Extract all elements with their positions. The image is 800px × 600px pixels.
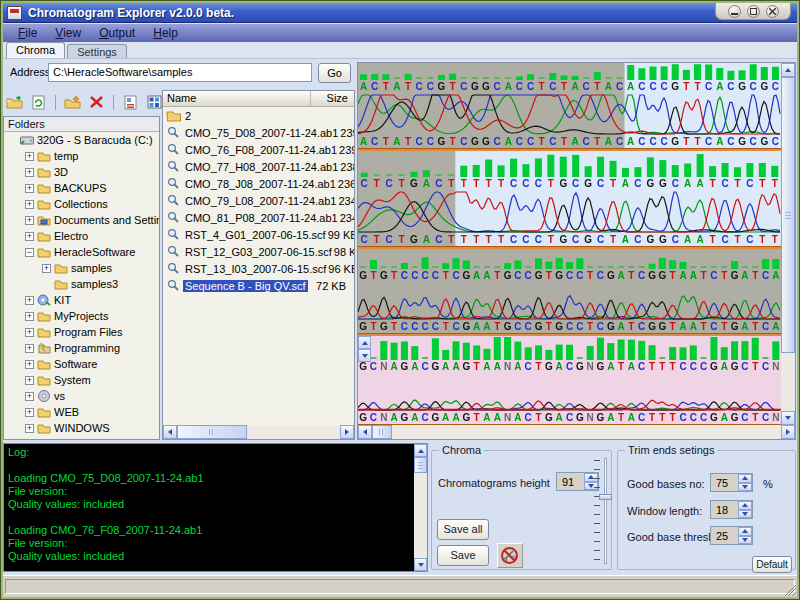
tree-item-samples[interactable]: +samples: [4, 260, 159, 276]
chromatogram-hscrollbar[interactable]: [358, 425, 795, 439]
expand-icon[interactable]: +: [25, 312, 34, 321]
save-all-button[interactable]: Save all: [437, 519, 489, 540]
menu-view[interactable]: View: [46, 25, 90, 41]
log-vscrollbar[interactable]: [414, 444, 427, 571]
spinner-value[interactable]: 75: [711, 474, 738, 491]
file-row[interactable]: RST_13_I03_2007-06-15.scf96 KB: [163, 260, 354, 277]
menu-output[interactable]: Output: [90, 25, 144, 41]
title-bar[interactable]: Chromatogram Explorer v2.0.0 beta.: [3, 3, 797, 23]
tree-item-collections[interactable]: +Collections: [4, 196, 159, 212]
tree-item-3d[interactable]: +3D: [4, 164, 159, 180]
spin-down-icon[interactable]: [738, 536, 752, 545]
spin-down-icon[interactable]: [738, 510, 752, 519]
tree-item-system[interactable]: +System: [4, 372, 159, 388]
scroll-down-icon[interactable]: [781, 411, 795, 425]
expand-icon[interactable]: +: [25, 424, 34, 433]
file-row[interactable]: CMO_76_F08_2007-11-24.ab1239 KB: [163, 141, 354, 158]
trim-field-spinner[interactable]: 75: [710, 473, 753, 492]
menu-file[interactable]: File: [9, 25, 46, 41]
file-row[interactable]: CMO_78_J08_2007-11-24.ab1236 KB: [163, 175, 354, 192]
tree-item-program-files[interactable]: +Program Files: [4, 324, 159, 340]
height-slider[interactable]: [592, 456, 612, 566]
tab-chroma[interactable]: Chroma: [6, 42, 65, 58]
scroll-right-icon[interactable]: [781, 425, 795, 439]
scroll-up-icon[interactable]: [414, 444, 427, 457]
tree-item-software[interactable]: +Software: [4, 356, 159, 372]
file-row[interactable]: CMO_81_P08_2007-11-24.ab1234 KB: [163, 209, 354, 226]
collapse-icon[interactable]: −: [25, 248, 34, 257]
expand-icon[interactable]: +: [25, 360, 34, 369]
new-folder-icon[interactable]: [63, 93, 82, 111]
expand-icon[interactable]: +: [25, 376, 34, 385]
tree-item-web[interactable]: +WEB: [4, 404, 159, 420]
open-folder-icon[interactable]: [5, 93, 24, 111]
tree-item-electro[interactable]: +Electro: [4, 228, 159, 244]
expand-icon[interactable]: +: [25, 216, 34, 225]
file-name[interactable]: CMO_76_F08_2007-11-24.ab1: [183, 144, 339, 156]
file-name[interactable]: RST_12_G03_2007-06-15.scf: [183, 246, 334, 258]
tree-item-samples3[interactable]: samples3: [4, 276, 159, 292]
tree-item-temp[interactable]: +temp: [4, 148, 159, 164]
tree-item-backups[interactable]: +BACKUPS: [4, 180, 159, 196]
chromatogram-row-2[interactable]: [358, 151, 781, 249]
tree-item-vs[interactable]: +vs: [4, 388, 159, 404]
file-list-hscrollbar[interactable]: [163, 425, 354, 439]
file-row[interactable]: 2: [163, 107, 354, 124]
file-name[interactable]: CMO_78_J08_2007-11-24.ab1: [183, 178, 338, 190]
maximize-button[interactable]: [747, 5, 760, 18]
file-name[interactable]: CMO_77_H08_2007-11-24.ab1: [183, 161, 340, 173]
file-row[interactable]: CMO_79_L08_2007-11-24.ab1234 KB: [163, 192, 354, 209]
file-name[interactable]: CMO_79_L08_2007-11-24.ab1: [183, 195, 338, 207]
trim-field-spinner[interactable]: 18: [710, 500, 753, 519]
expand-icon[interactable]: +: [25, 328, 34, 337]
spin-up-icon[interactable]: [738, 527, 752, 536]
scroll-down-icon[interactable]: [414, 558, 427, 571]
expand-icon[interactable]: +: [25, 296, 34, 305]
trim-field-spinner[interactable]: 25: [710, 526, 753, 545]
scrollbar-track[interactable]: [247, 425, 340, 439]
slider-track[interactable]: [604, 458, 607, 564]
tree-item-320g-s-baracuda-c-[interactable]: 320G - S Baracuda (C:): [4, 132, 159, 148]
file-row[interactable]: Sequence B - Big QV.scf72 KB: [163, 277, 354, 294]
scroll-right-icon[interactable]: [340, 425, 354, 439]
column-header-name[interactable]: Name: [163, 91, 311, 106]
expand-icon[interactable]: +: [25, 408, 34, 417]
scrollbar-thumb[interactable]: [177, 425, 247, 439]
spin-down-icon[interactable]: [738, 483, 752, 492]
file-name[interactable]: RST_13_I03_2007-06-15.scf: [183, 263, 328, 275]
slider-thumb[interactable]: [599, 494, 612, 500]
chromatogram-row-1[interactable]: [358, 63, 781, 151]
resize-grip-icon[interactable]: [784, 584, 796, 596]
tab-settings[interactable]: Settings: [67, 44, 127, 58]
expand-icon[interactable]: +: [25, 200, 34, 209]
expand-icon[interactable]: +: [25, 232, 34, 241]
expand-icon[interactable]: +: [25, 392, 34, 401]
scroll-left-icon[interactable]: [358, 425, 372, 439]
tree-item-programming[interactable]: +Programming: [4, 340, 159, 356]
pan-down-icon[interactable]: [358, 349, 371, 362]
default-button[interactable]: Default: [752, 556, 792, 573]
spin-up-icon[interactable]: [738, 501, 752, 510]
scrollbar-thumb[interactable]: [781, 77, 795, 353]
expand-icon[interactable]: +: [25, 344, 34, 353]
tree-item-myprojects[interactable]: +MyProjects: [4, 308, 159, 324]
file-row[interactable]: RST_12_G03_2007-06-15.scf98 KB: [163, 243, 354, 260]
menu-help[interactable]: Help: [144, 25, 187, 41]
tree-item-windows[interactable]: +WINDOWS: [4, 420, 159, 436]
file-name[interactable]: CMO_75_D08_2007-11-24.ab1: [183, 127, 340, 139]
pan-up-icon[interactable]: [358, 336, 371, 349]
file-row[interactable]: CMO_75_D08_2007-11-24.ab1239 KB: [163, 124, 354, 141]
spinner-value[interactable]: 18: [711, 501, 738, 518]
tree-item-documents-and-settings[interactable]: +Documents and Settings: [4, 212, 159, 228]
close-button[interactable]: [766, 5, 779, 18]
file-name[interactable]: 2: [183, 110, 193, 122]
scroll-up-icon[interactable]: [781, 63, 795, 77]
scrollbar-thumb[interactable]: [372, 425, 392, 439]
spinner-value[interactable]: 91: [557, 473, 584, 490]
scrollbar-track[interactable]: [781, 353, 795, 411]
report-icon[interactable]: [121, 93, 140, 111]
scroll-left-icon[interactable]: [163, 425, 177, 439]
file-name[interactable]: CMO_81_P08_2007-11-24.ab1: [183, 212, 340, 224]
expand-icon[interactable]: +: [42, 264, 51, 273]
expand-icon[interactable]: +: [25, 184, 34, 193]
